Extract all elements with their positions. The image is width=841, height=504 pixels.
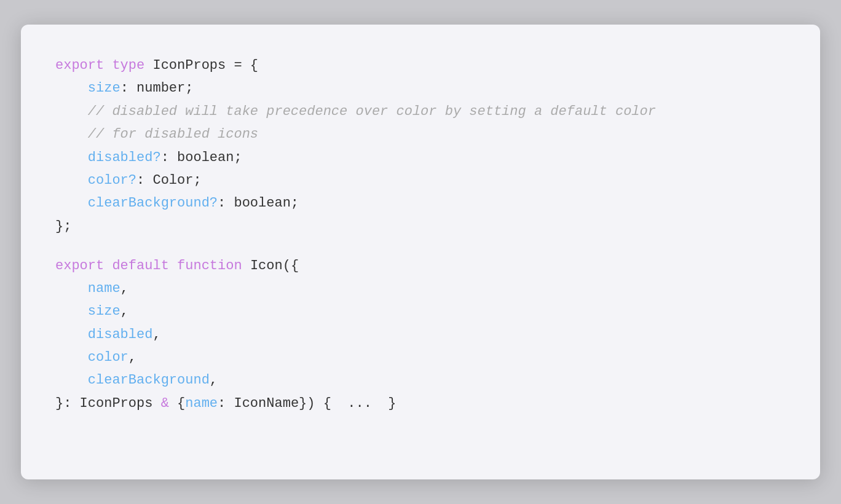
code-token: size xyxy=(88,81,120,96)
code-line: export type IconProps = { xyxy=(55,54,786,77)
code-token xyxy=(55,350,88,365)
code-line: color?: Color; xyxy=(55,169,786,192)
code-line: // for disabled icons xyxy=(55,123,786,146)
code-token: name xyxy=(185,396,218,411)
code-line xyxy=(55,238,786,254)
code-line: color, xyxy=(55,346,786,369)
code-token: : boolean; xyxy=(161,150,242,165)
code-line: // disabled will take precedence over co… xyxy=(55,100,786,123)
code-token xyxy=(55,195,88,211)
code-line: clearBackground?: boolean; xyxy=(55,192,786,215)
code-line: }: IconProps & {name: IconName}) { ... } xyxy=(55,392,786,415)
code-token xyxy=(55,150,88,165)
code-window: export type IconProps = { size: number; … xyxy=(21,25,820,479)
code-line: disabled, xyxy=(55,323,786,346)
code-token: function xyxy=(177,258,250,274)
code-token: // for disabled icons xyxy=(55,127,258,142)
code-token: Icon({ xyxy=(250,258,299,274)
code-token: clearBackground? xyxy=(88,195,218,211)
code-token: }: IconProps xyxy=(55,396,161,411)
code-token: clearBackground xyxy=(88,372,210,388)
code-token: : Color; xyxy=(136,173,202,188)
code-line: size, xyxy=(55,300,786,323)
code-token xyxy=(55,372,88,388)
code-token: , xyxy=(120,304,128,319)
code-token xyxy=(55,81,88,96)
code-token xyxy=(55,327,88,342)
code-token: }; xyxy=(55,219,71,234)
code-line: disabled?: boolean; xyxy=(55,146,786,169)
code-token: default xyxy=(112,258,177,274)
code-token: export xyxy=(55,58,112,73)
code-token: IconProps = { xyxy=(152,58,258,73)
code-line: clearBackground, xyxy=(55,369,786,392)
code-token: : number; xyxy=(120,81,194,96)
code-token: : boolean; xyxy=(218,195,299,211)
code-token: disabled xyxy=(88,327,153,342)
code-token: color xyxy=(88,350,128,365)
code-line: }; xyxy=(55,215,786,238)
code-token: , xyxy=(210,372,218,388)
code-token: color? xyxy=(88,173,136,188)
code-token xyxy=(55,173,88,188)
code-token: : IconName}) { ... } xyxy=(218,396,396,411)
code-token: , xyxy=(128,350,136,365)
code-token: disabled? xyxy=(88,150,161,165)
code-token: , xyxy=(120,281,128,296)
code-token: // disabled will take precedence over co… xyxy=(55,104,656,119)
code-content: export type IconProps = { size: number; … xyxy=(55,54,786,415)
code-token: , xyxy=(152,327,160,342)
code-token: export xyxy=(55,258,112,274)
code-token xyxy=(55,281,88,296)
code-token: { xyxy=(169,396,185,411)
code-line: export default function Icon({ xyxy=(55,254,786,277)
code-token: type xyxy=(112,58,152,73)
code-token: & xyxy=(161,396,169,411)
code-line: size: number; xyxy=(55,77,786,100)
code-token: size xyxy=(88,304,120,319)
code-token: name xyxy=(88,281,120,296)
code-token xyxy=(55,304,88,319)
code-line: name, xyxy=(55,277,786,300)
